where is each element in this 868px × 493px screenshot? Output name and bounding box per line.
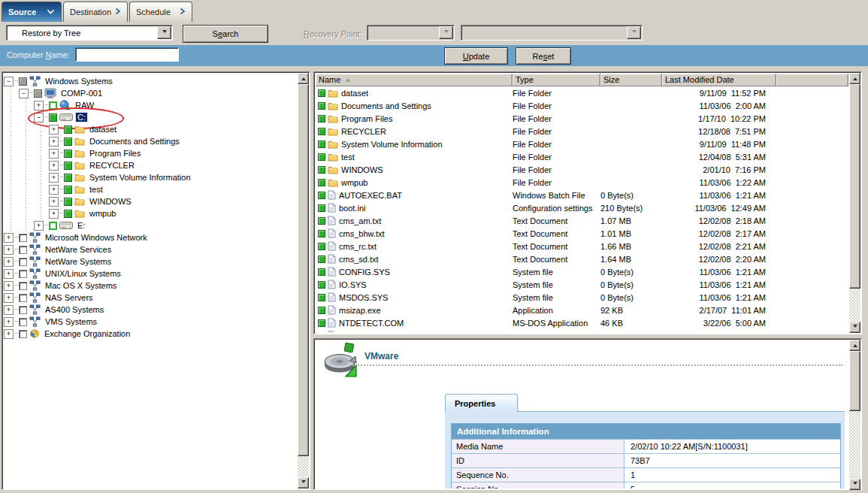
- scroll-down-icon[interactable]: [298, 477, 309, 488]
- column-header-type[interactable]: Type: [513, 74, 600, 86]
- tree-checkbox-green[interactable]: [64, 138, 72, 146]
- file-row-cms-rc-txt[interactable]: cms_rc.txtText Document1.66 MB12/02/08 2…: [316, 240, 848, 253]
- file-checkbox-checked[interactable]: [318, 141, 325, 148]
- tree-item-label[interactable]: VMS Systems: [44, 317, 98, 326]
- computer-name-input[interactable]: [75, 47, 179, 62]
- tab-destination[interactable]: Destination: [63, 2, 128, 22]
- tree-item-label[interactable]: E:: [76, 221, 86, 230]
- update-button[interactable]: Update: [444, 47, 508, 65]
- collapse-icon[interactable]: −: [19, 89, 29, 98]
- column-header-size[interactable]: Size: [600, 74, 662, 86]
- file-row-msizap-exe[interactable]: msizap.exeApplication92 KB2/17/07 11:01 …: [316, 304, 848, 316]
- expand-icon[interactable]: +: [4, 245, 14, 255]
- expand-icon[interactable]: +: [4, 233, 14, 243]
- tree-scrollbar[interactable]: [298, 73, 309, 488]
- tree-item-exchange-organization[interactable]: +Exchange Organization: [4, 328, 297, 340]
- dropdown-arrow-icon[interactable]: [157, 26, 171, 39]
- file-checkbox-checked[interactable]: [318, 128, 325, 135]
- file-row-windows[interactable]: WINDOWSFile Folder2/01/10 7:16 PM: [316, 163, 848, 176]
- collapse-icon[interactable]: −: [4, 77, 14, 86]
- scrollbar-thumb[interactable]: [849, 84, 860, 289]
- file-row-config-sys[interactable]: CONFIG.SYSSystem file0 Byte(s)11/03/06 1…: [316, 265, 848, 278]
- tree-item-label[interactable]: Documents and Settings: [88, 137, 181, 146]
- tree-item-label[interactable]: NAS Servers: [44, 293, 95, 302]
- tree-item-c[interactable]: −C:: [4, 111, 297, 123]
- tree-item-label[interactable]: System Volume Information: [88, 173, 192, 182]
- file-checkbox-checked[interactable]: [318, 230, 325, 237]
- tree-item-mac-os-x-systems[interactable]: +Mac OS X Systems: [4, 280, 297, 292]
- file-row-msdos-sys[interactable]: MSDOS.SYSSystem file0 Byte(s)11/03/06 1:…: [316, 291, 848, 304]
- tree-checkbox-empty[interactable]: [19, 282, 27, 290]
- column-header-name[interactable]: Name: [316, 74, 513, 86]
- file-row-ntdetect-com[interactable]: NTDETECT.COMMS-DOS Application46 KB3/22/…: [316, 316, 848, 329]
- tree-item-raw[interactable]: +RAW: [4, 99, 297, 111]
- file-row-system-volume-information[interactable]: System Volume InformationFile Folder9/11…: [316, 138, 848, 150]
- tab-properties[interactable]: Properties: [445, 394, 518, 412]
- expand-icon[interactable]: +: [34, 221, 44, 231]
- tree-item-dataset[interactable]: +dataset: [4, 123, 297, 135]
- collapse-icon[interactable]: −: [34, 113, 44, 122]
- file-row-documents-and-settings[interactable]: Documents and SettingsFile Folder11/03/0…: [316, 99, 848, 112]
- file-checkbox-checked[interactable]: [318, 307, 325, 314]
- file-checkbox-checked[interactable]: [318, 319, 325, 327]
- expand-icon[interactable]: +: [49, 209, 59, 219]
- file-row-test[interactable]: testFile Folder12/04/08 5:31 AM: [316, 150, 848, 163]
- tree-item-test[interactable]: +test: [4, 183, 297, 195]
- tree-item-documents-and-settings[interactable]: +Documents and Settings: [4, 135, 297, 147]
- expand-icon[interactable]: +: [49, 197, 59, 207]
- search-button[interactable]: Search: [183, 25, 268, 43]
- file-checkbox-checked[interactable]: [318, 204, 325, 212]
- tree-item-wmpub[interactable]: +wmpub: [4, 207, 297, 219]
- tree-item-recycler[interactable]: +RECYCLER: [4, 159, 297, 171]
- tree-item-unix-linux-systems[interactable]: +UNIX/Linux Systems: [4, 268, 297, 280]
- tree-checkbox-gray[interactable]: [19, 77, 27, 86]
- tree-item-label[interactable]: NetWare Systems: [44, 257, 113, 266]
- tree-item-label[interactable]: RECYCLER: [88, 161, 136, 170]
- file-checkbox-checked[interactable]: [318, 294, 325, 301]
- tree-item-label[interactable]: WINDOWS: [88, 197, 133, 206]
- expand-icon[interactable]: +: [4, 329, 14, 339]
- expand-icon[interactable]: +: [4, 317, 14, 327]
- file-row-cms-sd-txt[interactable]: cms_sd.txtText Document1.64 MB12/02/08 2…: [316, 253, 848, 265]
- file-row-cms-am-txt[interactable]: cms_am.txtText Document1.07 MB12/02/08 2…: [316, 214, 848, 227]
- expand-icon[interactable]: +: [4, 257, 14, 267]
- tree-checkbox-green[interactable]: [49, 113, 57, 122]
- file-row-autoexec-bat[interactable]: AUTOEXEC.BATWindows Batch File0 Byte(s)1…: [316, 189, 848, 201]
- tab-source[interactable]: Source: [2, 2, 62, 22]
- tree-item-label[interactable]: COMP-001: [59, 89, 104, 98]
- expand-icon[interactable]: +: [4, 281, 14, 291]
- details-scrollbar[interactable]: [849, 340, 860, 490]
- expand-icon[interactable]: +: [4, 269, 14, 279]
- tree-item-label[interactable]: dataset: [88, 125, 118, 134]
- scroll-up-icon[interactable]: [298, 73, 309, 84]
- tree-checkbox-empty[interactable]: [19, 306, 27, 314]
- tree-item-label[interactable]: test: [88, 185, 104, 194]
- file-checkbox-checked[interactable]: [318, 166, 325, 174]
- file-checkbox-checked[interactable]: [318, 102, 325, 110]
- tree-item-netware-services[interactable]: +NetWare Services: [4, 243, 297, 256]
- expand-icon[interactable]: +: [49, 125, 59, 135]
- tree-checkbox-green[interactable]: [64, 174, 72, 182]
- tab-schedule[interactable]: Schedule: [129, 2, 192, 22]
- tree-checkbox-empty[interactable]: [19, 258, 27, 266]
- file-checkbox-checked[interactable]: [318, 332, 325, 333]
- tree-checkbox-green[interactable]: [64, 150, 72, 158]
- tree-checkbox-empty[interactable]: [19, 294, 27, 302]
- expand-icon[interactable]: +: [49, 137, 59, 147]
- tree-checkbox-green[interactable]: [64, 210, 72, 218]
- tree-item-nas-servers[interactable]: +NAS Servers: [4, 292, 297, 304]
- file-row-wmpub[interactable]: wmpubFile Folder11/03/06 1:22 AM: [316, 176, 848, 189]
- file-checkbox-checked[interactable]: [318, 89, 325, 97]
- tree-item-label[interactable]: UNIX/Linux Systems: [44, 269, 122, 278]
- tree-item-microsoft-windows-network[interactable]: +Microsoft Windows Network: [4, 231, 297, 243]
- file-row-io-sys[interactable]: IO.SYSSystem file0 Byte(s)11/03/06 1:21 …: [316, 278, 848, 291]
- file-row-ntldr[interactable]: ntldrFILE298 KB11/01/07 2:52 AM: [316, 329, 848, 332]
- tree-item-label[interactable]: Windows Systems: [44, 77, 114, 86]
- tree-item-system-volume-information[interactable]: +System Volume Information: [4, 171, 297, 183]
- file-checkbox-checked[interactable]: [318, 115, 325, 122]
- expand-icon[interactable]: +: [4, 305, 14, 315]
- tree-checkbox-empty[interactable]: [19, 234, 27, 242]
- scroll-up-icon[interactable]: [849, 340, 860, 351]
- restore-mode-select[interactable]: Restore by Tree: [6, 25, 173, 41]
- expand-icon[interactable]: +: [49, 149, 59, 159]
